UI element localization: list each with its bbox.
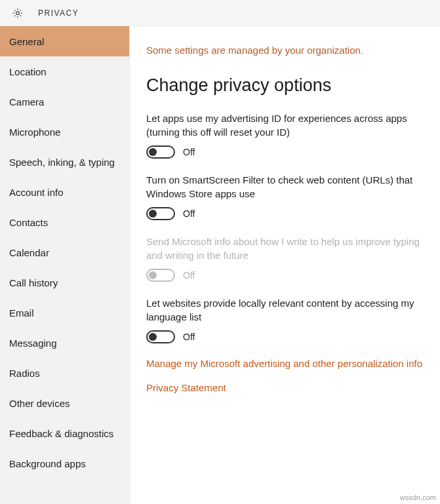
setting-label: Let websites provide locally relevant co… — [146, 296, 428, 324]
sidebar-item-camera[interactable]: Camera — [0, 87, 129, 117]
sidebar-item-label: Contacts — [9, 217, 48, 228]
sidebar-item-location[interactable]: Location — [0, 56, 129, 87]
sidebar-item-microphone[interactable]: Microphone — [0, 117, 129, 147]
setting-smartscreen: Turn on SmartScreen Filter to check web … — [146, 173, 433, 220]
sidebar-item-messaging[interactable]: Messaging — [0, 328, 129, 358]
setting-advertising-id: Let apps use my advertising ID for exper… — [146, 111, 433, 159]
toggle-smartscreen[interactable] — [146, 207, 175, 220]
sidebar-item-account[interactable]: Account info — [0, 177, 129, 207]
setting-label: Let apps use my advertising ID for exper… — [146, 111, 428, 139]
sidebar-item-label: General — [9, 36, 44, 47]
sidebar-item-label: Speech, inking, & typing — [9, 157, 115, 168]
sidebar-item-calendar[interactable]: Calendar — [0, 237, 129, 267]
watermark: wsxdn.com — [400, 494, 436, 501]
toggle-state: Off — [183, 270, 195, 281]
header-title: PRIVACY — [38, 9, 79, 18]
sidebar-item-label: Feedback & diagnostics — [9, 428, 113, 439]
gear-icon[interactable] — [12, 7, 24, 19]
sidebar-item-label: Background apps — [9, 458, 86, 469]
sidebar-item-feedback[interactable]: Feedback & diagnostics — [0, 418, 129, 448]
toggle-row: Off — [146, 269, 433, 282]
sidebar-item-label: Microphone — [9, 126, 60, 138]
link-manage-advertising[interactable]: Manage my Microsoft advertising and othe… — [146, 358, 433, 369]
setting-writing-info: Send Microsoft info about how I write to… — [146, 235, 433, 282]
sidebar-item-label: Account info — [9, 187, 64, 198]
sidebar-item-label: Calendar — [9, 247, 49, 258]
setting-language-list: Let websites provide locally relevant co… — [146, 296, 433, 343]
sidebar-item-label: Camera — [9, 96, 44, 107]
container: General Location Camera Microphone Speec… — [0, 26, 440, 504]
sidebar-item-speech[interactable]: Speech, inking, & typing — [0, 147, 129, 177]
sidebar-item-contacts[interactable]: Contacts — [0, 207, 129, 237]
toggle-row: Off — [146, 330, 433, 343]
sidebar-item-backgroundapps[interactable]: Background apps — [0, 448, 129, 478]
setting-label: Send Microsoft info about how I write to… — [146, 235, 428, 262]
toggle-advertising-id[interactable] — [146, 145, 175, 159]
sidebar-item-callhistory[interactable]: Call history — [0, 267, 129, 298]
sidebar-item-otherdevices[interactable]: Other devices — [0, 388, 129, 418]
sidebar-item-email[interactable]: Email — [0, 298, 129, 328]
sidebar-item-label: Email — [9, 307, 34, 319]
section-heading: Change privacy options — [146, 75, 433, 96]
toggle-writing-info — [146, 269, 175, 282]
sidebar-item-label: Messaging — [9, 338, 57, 349]
sidebar-item-label: Radios — [9, 368, 40, 379]
svg-point-0 — [16, 11, 20, 14]
setting-label: Turn on SmartScreen Filter to check web … — [146, 173, 428, 201]
toggle-state: Off — [183, 147, 195, 157]
sidebar-item-label: Location — [9, 66, 47, 77]
sidebar-item-general[interactable]: General — [0, 26, 129, 56]
toggle-state: Off — [183, 208, 195, 219]
toggle-row: Off — [146, 145, 433, 159]
header: PRIVACY — [0, 0, 440, 26]
link-privacy-statement[interactable]: Privacy Statement — [146, 382, 433, 393]
toggle-state: Off — [183, 332, 195, 342]
sidebar: General Location Camera Microphone Speec… — [0, 26, 130, 504]
toggle-row: Off — [146, 207, 433, 220]
sidebar-item-radios[interactable]: Radios — [0, 358, 129, 388]
managed-note: Some settings are managed by your organi… — [146, 45, 433, 56]
main-panel: Some settings are managed by your organi… — [130, 26, 440, 504]
sidebar-item-label: Call history — [9, 277, 58, 288]
toggle-language-list[interactable] — [146, 330, 175, 343]
sidebar-item-label: Other devices — [9, 398, 70, 409]
